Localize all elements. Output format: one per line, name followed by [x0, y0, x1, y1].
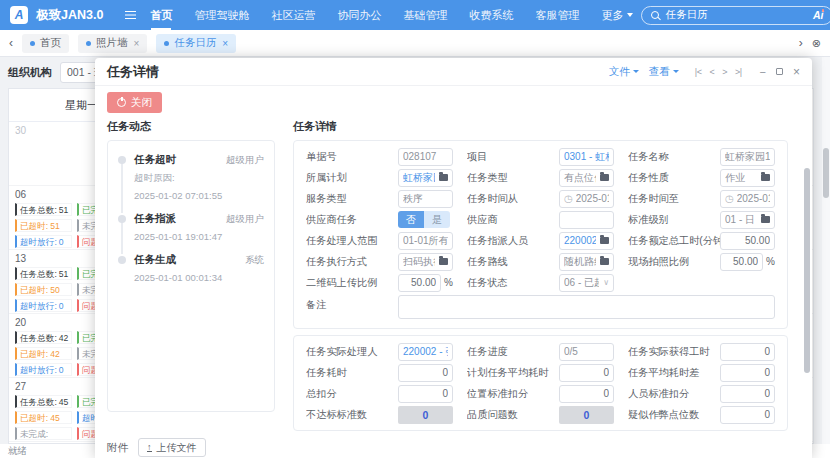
prev-record-icon[interactable] — [709, 67, 714, 77]
first-record-icon[interactable] — [695, 67, 702, 77]
activity-item: 任务生成系统2025-01-01 00:01:34 — [118, 253, 264, 294]
input-route[interactable]: 随机路线 — [559, 253, 614, 271]
folder-icon[interactable] — [439, 174, 448, 181]
nav-item-协同办公[interactable]: 协同办公 — [337, 0, 381, 30]
input-handler-scope[interactable]: 01-01所有楼栋查看,张 — [398, 232, 453, 250]
input-remark[interactable] — [398, 295, 775, 319]
input-project[interactable]: 0301 - 虹桥家园 — [559, 148, 614, 166]
upload-file-button[interactable]: 上传文件 — [138, 438, 206, 457]
input-std-level[interactable]: 01 - 日 — [720, 211, 775, 229]
nav-item-管理驾驶舱[interactable]: 管理驾驶舱 — [194, 0, 249, 30]
minimize-icon[interactable] — [760, 66, 766, 78]
folder-icon[interactable] — [600, 174, 609, 181]
stat-label: 已超时: — [20, 348, 48, 359]
input-photo-ratio[interactable]: 50.00 — [720, 253, 763, 271]
nav-item-收费系统[interactable]: 收费系统 — [469, 0, 513, 30]
page-scrollbar[interactable] — [822, 57, 830, 444]
field-plan: 所属计划虹桥家园1号楼栋U — [306, 169, 453, 186]
toggle-option-否[interactable]: 否 — [398, 211, 424, 228]
input-nature[interactable]: 作业 — [720, 169, 775, 187]
input-exec-mode[interactable]: 扫码执行 — [398, 253, 453, 271]
stat-value: 0 — [59, 364, 64, 375]
modal-scrollbar-thumb[interactable] — [804, 168, 810, 373]
field-label-service-type: 服务类型 — [306, 192, 398, 206]
toggle-option-是[interactable]: 是 — [424, 211, 450, 228]
close-icon[interactable] — [793, 65, 800, 79]
input-qr-ratio[interactable]: 50.00 — [398, 274, 441, 292]
tabs-close-all-icon[interactable] — [812, 37, 821, 50]
page-scrollbar-thumb[interactable] — [823, 148, 829, 198]
input-total-deduct[interactable]: 0 — [398, 385, 453, 403]
apps-menu-icon[interactable] — [125, 11, 136, 20]
stat-chip: 已超时:50 — [15, 283, 72, 296]
input-rated-minutes[interactable]: 50.00 — [720, 232, 775, 250]
input-avg-diff[interactable]: 0 — [720, 364, 775, 382]
stat-value: 42 — [59, 332, 69, 343]
input-time-from[interactable]: ◷2025-01-01 19:00 — [559, 190, 614, 208]
input-bill-no[interactable]: 028107 — [398, 148, 453, 166]
tabs-scroll-left-icon[interactable] — [9, 37, 13, 49]
close-task-button[interactable]: 关闭 — [107, 92, 162, 113]
count-button-substandard[interactable]: 0 — [398, 406, 453, 424]
modal-scrollbar[interactable] — [804, 88, 810, 458]
tab-close-icon[interactable]: × — [222, 38, 228, 49]
input-assignee[interactable]: 220002 - 张演 — [559, 232, 614, 250]
input-task-type[interactable]: 有点位任务 — [559, 169, 614, 187]
folder-icon[interactable] — [439, 258, 448, 265]
detail-section-title: 任务详情 — [293, 119, 788, 134]
input-time-to[interactable]: ◷2025-01-02 07:00 — [720, 190, 775, 208]
nav-item-社区运营[interactable]: 社区运营 — [271, 0, 315, 30]
input-time-spent[interactable]: 0 — [398, 364, 453, 382]
nav-more[interactable]: 更多 — [601, 8, 633, 23]
stat-label: 已超时: — [20, 284, 48, 295]
tab-照片墙[interactable]: 照片墙× — [78, 34, 147, 53]
input-plan-avg[interactable]: 0 — [559, 364, 614, 382]
input-progress[interactable]: 0/5 — [559, 343, 614, 361]
tab-label: 首页 — [40, 36, 61, 50]
input-vendor[interactable] — [559, 211, 614, 229]
field-label-nature: 任务性质 — [628, 171, 720, 185]
field-person-deduct: 人员标准扣分0 — [628, 385, 775, 402]
field-pos-deduct: 位置标准扣分0 — [467, 385, 614, 402]
field-value-photo-ratio: 50.00 — [725, 256, 758, 267]
input-person-deduct[interactable]: 0 — [720, 385, 775, 403]
tab-close-icon[interactable]: × — [134, 38, 140, 49]
input-task-name[interactable]: 虹桥家园1号楼秩序日 — [720, 148, 775, 166]
input-cheat-points[interactable]: 0 — [720, 406, 775, 424]
nav-more-label: 更多 — [601, 8, 623, 23]
field-control-quality-issues: 0 — [559, 406, 614, 424]
view-menu[interactable]: 查看 — [649, 65, 679, 79]
global-search[interactable]: 任务日历 Ai — [641, 6, 830, 25]
nav-item-首页[interactable]: 首页 — [150, 0, 172, 30]
toggle-vendor-task[interactable]: 否是 — [398, 211, 450, 228]
folder-icon[interactable] — [600, 258, 609, 265]
folder-icon[interactable] — [761, 174, 770, 181]
input-plan[interactable]: 虹桥家园1号楼栋U — [398, 169, 453, 187]
last-record-icon[interactable] — [735, 67, 742, 77]
tabs-scroll-right-icon[interactable] — [799, 37, 803, 49]
field-assignee: 任务指派人员220002 - 张演 — [467, 232, 614, 249]
input-pos-deduct[interactable]: 0 — [559, 385, 614, 403]
nav-item-客服管理[interactable]: 客服管理 — [535, 0, 579, 30]
folder-icon[interactable] — [761, 216, 770, 223]
field-status: 任务状态06 - 已超时∨ — [467, 274, 614, 291]
next-record-icon[interactable] — [722, 67, 727, 77]
input-status[interactable]: 06 - 已超时∨ — [559, 274, 614, 292]
input-actual-hours[interactable]: 0 — [720, 343, 775, 361]
maximize-icon[interactable] — [776, 68, 783, 75]
input-service-type[interactable]: 秩序 — [398, 190, 453, 208]
field-label-task-type: 任务类型 — [467, 171, 559, 185]
file-menu[interactable]: 文件 — [609, 65, 639, 79]
input-actual-handler[interactable]: 220002 - 张演 — [398, 343, 453, 361]
tab-首页[interactable]: 首页 — [22, 34, 69, 53]
field-control-photo-ratio: 50.00% — [720, 253, 775, 271]
field-quality-issues: 品质问题数0 — [467, 406, 614, 423]
ai-badge-icon[interactable]: Ai — [813, 9, 824, 21]
activity-item-head: 任务生成系统 — [134, 253, 264, 267]
folder-icon[interactable] — [600, 237, 609, 244]
field-control-time-to: ◷2025-01-02 07:00 — [720, 190, 775, 208]
tab-任务日历[interactable]: 任务日历× — [156, 34, 236, 53]
nav-item-基础管理[interactable]: 基础管理 — [403, 0, 447, 30]
count-button-quality-issues[interactable]: 0 — [559, 406, 614, 424]
search-input[interactable]: 任务日历 — [665, 8, 807, 22]
